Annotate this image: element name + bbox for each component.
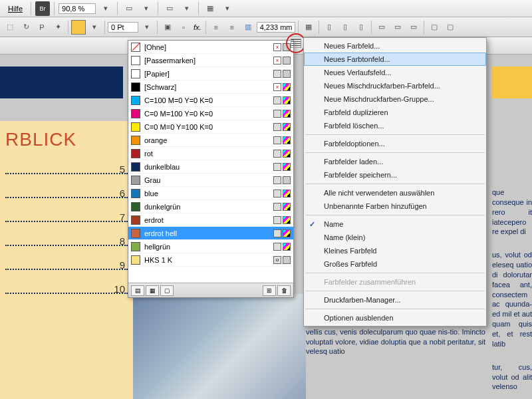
menu-item-label: Farbfelder speichern... [324, 171, 397, 179]
view-mode-dropdown[interactable]: ▾ [139, 1, 154, 16]
new-swatch-button[interactable]: ⊞ [263, 285, 276, 296]
menu-item[interactable]: Alle nicht verwendeten auswählen [304, 186, 486, 200]
wrap-2-icon[interactable]: ▢ [443, 20, 458, 35]
menu-item[interactable]: Farbfelder speichern... [304, 168, 486, 182]
swatch-color [131, 215, 140, 225]
swatch-color [131, 69, 140, 78]
menu-item-label: Neues Farbfeld... [324, 42, 380, 50]
menu-item-label: Name [324, 220, 343, 228]
control-bar: ⬚ ↻ P ✦ ▾ ▾ ▣ ▫ fx. ≡ ≡ ▥ ▦ ▯ ▯ ▯ ▭ ▭ ▭ … [0, 17, 532, 37]
tool-selection-icon[interactable]: ⬚ [3, 20, 17, 35]
toc-num: 9 [120, 259, 125, 271]
stroke-weight-input[interactable] [108, 22, 138, 33]
swatch-row[interactable]: blue [128, 187, 293, 200]
opacity-icon[interactable]: ▣ [160, 20, 175, 35]
zoom-dropdown-icon[interactable]: ▾ [98, 1, 113, 16]
swatch-row[interactable]: orange [128, 134, 293, 147]
dist-2-icon[interactable]: ▯ [338, 20, 352, 35]
swatch-row[interactable]: hellgrün [128, 240, 293, 253]
obj-3-icon[interactable]: ▭ [406, 20, 421, 35]
toc-num: 8 [120, 235, 125, 247]
delete-swatch-button[interactable]: 🗑 [277, 285, 291, 296]
menu-item-label: Großes Farbfeld [324, 260, 377, 268]
show-large-icon[interactable]: ▢ [160, 285, 174, 296]
show-list-icon[interactable]: ▤ [131, 285, 144, 296]
tool-text-icon[interactable]: P [35, 20, 49, 35]
menu-item[interactable]: Unbenannte Farben hinzufügen [304, 200, 486, 213]
swatch-name: erdrot hell [144, 229, 269, 237]
dist-3-icon[interactable]: ▯ [354, 20, 368, 35]
menu-item[interactable]: Neues Farbfeld... [304, 39, 486, 53]
toc-line: 5 [5, 173, 128, 174]
screen-mode-dropdown[interactable]: ▾ [180, 1, 194, 16]
align-1-icon[interactable]: ▦ [301, 20, 316, 35]
bridge-button[interactable]: Br [35, 1, 50, 16]
swatch-row[interactable]: [Papier] [128, 67, 293, 80]
menu-item[interactable]: Neue Mischdruckfarben-Gruppe... [304, 92, 486, 106]
text-frag-1: que conseque in rero it iatecepero re ex… [492, 188, 532, 237]
menu-item[interactable]: Neues Verlaufsfeld... [304, 66, 486, 79]
obj-2-icon[interactable]: ▭ [390, 20, 405, 35]
panel-menu-button[interactable] [291, 39, 301, 48]
swatch-row[interactable]: [Schwarz]x [128, 80, 293, 94]
fill-dropdown[interactable]: ▾ [87, 20, 102, 35]
swatches-flyout-menu: Neues Farbfeld...Neues Farbtonfeld...Neu… [303, 37, 487, 327]
menu-help[interactable]: Hilfe [4, 5, 27, 13]
swatch-row[interactable]: C=0 M=100 Y=0 K=0 [128, 107, 293, 120]
swatch-icons [273, 123, 291, 131]
para-center-icon[interactable]: ≡ [225, 20, 239, 35]
arrange-dropdown[interactable]: ▾ [220, 1, 235, 16]
menu-item[interactable]: Farbfelder laden... [304, 155, 486, 168]
obj-1-icon[interactable]: ▭ [374, 20, 389, 35]
swatch-icons [273, 243, 291, 251]
fx-label[interactable]: fx. [192, 23, 203, 31]
swatch-row[interactable]: erdrot hell [128, 227, 293, 240]
swatch-row[interactable]: [Passermarken]x [128, 54, 293, 67]
menu-item[interactable]: Neues Farbtonfeld... [304, 53, 486, 66]
menu-item-label: Kleines Farbfeld [324, 247, 377, 255]
menu-item[interactable]: Druckfarben-Manager... [304, 293, 486, 307]
swatch-list[interactable]: [Ohne]x[Passermarken]x[Papier][Schwarz]x… [128, 41, 293, 283]
swatch-color [131, 43, 140, 52]
menu-item[interactable]: Farbfeldoptionen... [304, 137, 486, 150]
menu-item[interactable]: Kleines Farbfeld [304, 244, 486, 257]
swatch-row[interactable]: [Ohne]x [128, 41, 293, 54]
tool-star-icon[interactable]: ✦ [51, 20, 65, 35]
swatch-row[interactable]: Grau [128, 174, 293, 187]
menu-item[interactable]: Großes Farbfeld [304, 257, 486, 271]
stroke-dropdown[interactable]: ▾ [140, 20, 154, 35]
page-title: RBLICK [5, 129, 128, 150]
menu-item[interactable]: Farbfeld duplizieren [304, 106, 486, 119]
swatch-row[interactable]: HKS 1 Ko [128, 253, 293, 267]
menu-item[interactable]: Optionen ausblenden [304, 311, 486, 325]
swatch-row[interactable]: dunkelgrün [128, 200, 293, 213]
swatch-row[interactable]: C=0 M=0 Y=100 K=0 [128, 120, 293, 134]
swatch-color [131, 189, 140, 198]
tool-rotate-icon[interactable]: ↻ [19, 20, 33, 35]
dist-1-icon[interactable]: ▯ [322, 20, 336, 35]
swatch-icons [273, 110, 291, 118]
swatch-row[interactable]: rot [128, 147, 293, 160]
swatch-row[interactable]: C=100 M=0 Y=0 K=0 [128, 94, 293, 107]
para-left-icon[interactable]: ≡ [209, 20, 223, 35]
swatch-name: orange [144, 136, 269, 144]
swatch-icons [273, 136, 291, 144]
view-mode-1-icon[interactable]: ▭ [122, 1, 136, 16]
wrap-1-icon[interactable]: ▢ [427, 20, 442, 35]
menu-item[interactable]: Name (klein) [304, 231, 486, 244]
show-small-icon[interactable]: ▦ [146, 285, 159, 296]
menu-item[interactable]: Farbfeld löschen... [304, 119, 486, 132]
effects-icon[interactable]: ▫ [176, 20, 191, 35]
menu-item-label: Farbfelder zusammenführen [324, 278, 416, 286]
arrange-icon[interactable]: ▦ [203, 1, 217, 16]
menu-item[interactable]: Neues Mischdruckfarben-Farbfeld... [304, 79, 486, 92]
columns-icon[interactable]: ▥ [241, 20, 255, 35]
swatch-color [131, 82, 140, 92]
swatch-row[interactable]: dunkelblau [128, 160, 293, 174]
gutter-input[interactable] [257, 22, 295, 33]
swatch-row[interactable]: erdrot [128, 213, 293, 227]
fill-color[interactable] [71, 20, 86, 35]
screen-mode-icon[interactable]: ▭ [162, 1, 177, 16]
menu-item[interactable]: ✓Name [304, 217, 486, 231]
zoom-input[interactable] [59, 3, 96, 14]
